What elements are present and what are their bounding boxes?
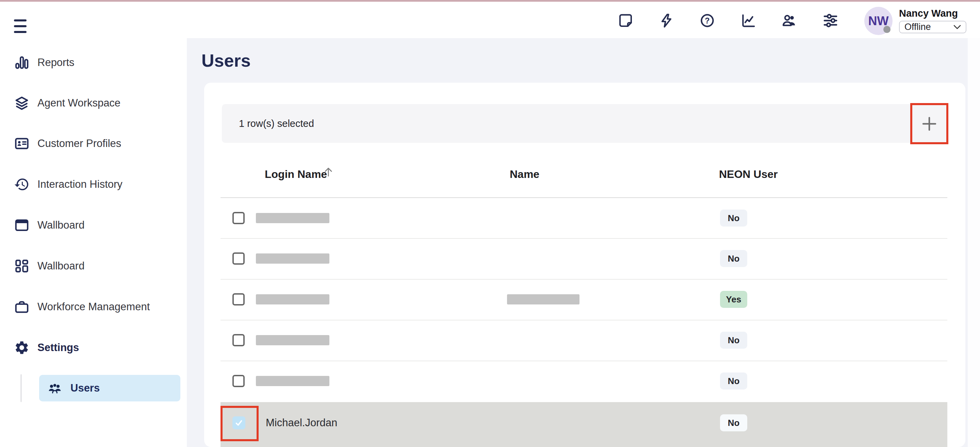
row-checkbox[interactable] <box>232 293 245 305</box>
check-icon <box>234 418 243 427</box>
row-checkbox[interactable] <box>232 334 245 346</box>
row-divider <box>221 238 947 239</box>
selection-count-text: 1 row(s) selected <box>239 104 314 143</box>
window-icon <box>14 217 30 233</box>
submenu-indent-guide <box>21 374 22 402</box>
dashboard-grid-icon <box>14 258 30 274</box>
sidebar-item-agent-workspace[interactable]: Agent Workspace <box>14 92 121 114</box>
neon-user-badge: No <box>720 372 747 390</box>
sidebar-item-label: Interaction History <box>37 178 123 191</box>
redacted-login-name <box>256 335 329 345</box>
topbar: ? NW Nancy W <box>0 2 980 38</box>
status-dot <box>883 26 891 33</box>
page-title: Users <box>202 50 251 71</box>
neon-user-badge: No <box>720 210 747 227</box>
sidebar-item-reports[interactable]: Reports <box>14 52 75 73</box>
redacted-login-name <box>256 253 329 264</box>
bar-chart-icon <box>14 55 30 70</box>
sidebar-item-wallboard-2[interactable]: Wallboard <box>14 256 84 277</box>
sidebar-item-label: Agent Workspace <box>37 97 121 109</box>
selection-toolbar <box>222 104 948 143</box>
row-checkbox[interactable] <box>232 253 245 265</box>
row-checkbox[interactable] <box>232 375 245 387</box>
sliders-icon[interactable] <box>822 13 838 29</box>
column-header-name[interactable]: Name <box>510 168 539 180</box>
app-window: ? NW Nancy W <box>0 0 980 447</box>
sidebar: Reports Agent Workspace Customer Profile… <box>0 38 187 447</box>
neon-user-badge: No <box>720 332 747 349</box>
sidebar-item-customer-profiles[interactable]: Customer Profiles <box>14 133 121 154</box>
neon-user-badge: No <box>720 414 747 431</box>
gear-icon <box>14 340 30 355</box>
neon-user-badge: No <box>720 250 747 267</box>
chevron-down-icon <box>953 25 961 29</box>
sidebar-item-users[interactable]: Users <box>39 375 180 401</box>
lightning-icon[interactable] <box>659 13 675 29</box>
sidebar-item-label: Wallboard <box>37 260 84 272</box>
notes-icon[interactable] <box>617 13 633 29</box>
scrollbar-track[interactable] <box>968 38 980 447</box>
redacted-login-name <box>256 294 329 304</box>
column-header-neon-user[interactable]: NEON User <box>719 168 778 180</box>
history-icon <box>14 177 30 192</box>
sort-ascending-icon[interactable] <box>324 167 333 178</box>
sidebar-item-label: Reports <box>37 56 75 69</box>
redacted-login-name <box>256 213 329 223</box>
redacted-name <box>507 294 579 304</box>
status-select[interactable]: Offline <box>899 21 966 33</box>
users-group-icon <box>47 381 62 396</box>
user-name: Nancy Wang <box>899 8 958 19</box>
add-user-button[interactable] <box>910 103 948 144</box>
analytics-icon[interactable] <box>740 13 756 29</box>
status-value: Offline <box>904 22 953 32</box>
sidebar-item-label: Workforce Management <box>37 301 150 313</box>
svg-text:?: ? <box>705 16 710 25</box>
sidebar-item-interaction-history[interactable]: Interaction History <box>14 174 123 195</box>
neon-user-badge: Yes <box>720 291 747 308</box>
row-divider <box>221 320 947 320</box>
redacted-login-name <box>256 376 329 386</box>
row-divider <box>221 361 947 361</box>
sidebar-item-label: Settings <box>37 342 79 354</box>
login-name-cell: Michael.Jordan <box>266 416 337 430</box>
contacts-icon[interactable] <box>781 13 797 29</box>
help-icon[interactable]: ? <box>699 13 715 29</box>
top-accent-strip <box>0 0 980 2</box>
hamburger-menu-icon[interactable] <box>14 19 27 33</box>
sidebar-item-label: Wallboard <box>37 219 84 231</box>
row-checkbox[interactable] <box>232 417 245 430</box>
header-divider <box>221 197 947 198</box>
column-header-login-name[interactable]: Login Name <box>265 168 327 180</box>
contact-card-icon <box>14 136 30 151</box>
briefcase-icon <box>14 299 30 315</box>
layers-icon <box>14 95 30 111</box>
plus-icon <box>922 116 937 131</box>
row-divider <box>221 279 947 280</box>
sidebar-item-label: Customer Profiles <box>37 137 121 150</box>
sidebar-item-workforce-management[interactable]: Workforce Management <box>14 296 150 317</box>
sidebar-item-wallboard[interactable]: Wallboard <box>14 215 84 236</box>
sidebar-item-settings[interactable]: Settings <box>14 337 79 358</box>
row-checkbox[interactable] <box>232 212 245 224</box>
sidebar-item-label: Users <box>70 382 100 394</box>
